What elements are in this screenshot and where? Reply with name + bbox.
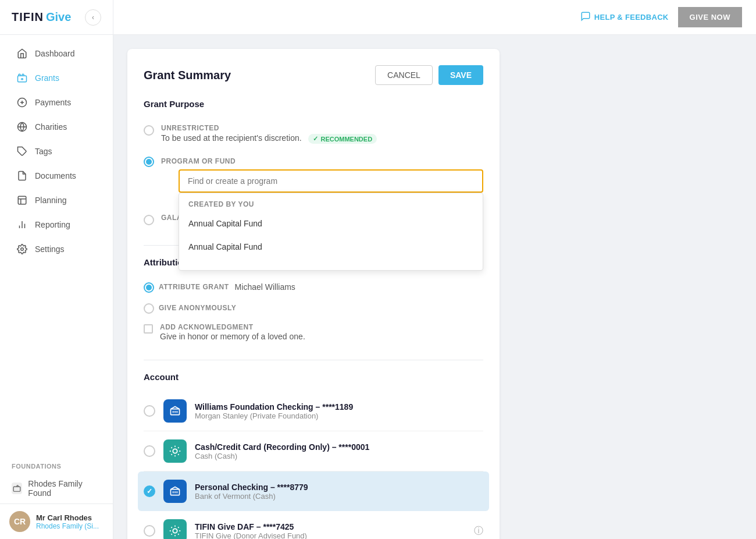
account-cash-credit[interactable]: Cash/Credit Card (Recording Only) – ****… [144,431,483,471]
tifin-daf-info: TIFIN Give DAF – ****7425 TIFIN Give (Do… [195,522,466,540]
sidebar-toggle[interactable]: ‹ [85,9,101,26]
user-foundation: Rhodes Family (Si... [36,522,99,530]
sidebar-item-label: Tags [35,147,52,156]
sidebar-item-documents[interactable]: Documents [5,164,108,187]
user-name: Mr Carl Rhodes [36,513,99,522]
logo-give: Give [46,10,71,24]
personal-checking-radio[interactable] [144,485,155,497]
program-or-fund-option: PROGRAM OR FUND CREATED BY YOU Annual Ca… [144,150,483,198]
card-actions: CANCEL SAVE [375,65,483,85]
program-search-input[interactable] [179,169,483,193]
card-title: Grant Summary [144,69,231,82]
cash-credit-radio[interactable] [144,445,155,457]
foundation-name: Rhodes Family Found [28,479,101,498]
personal-checking-name: Personal Checking – ****8779 [195,483,483,492]
program-search-area: CREATED BY YOU Annual Capital Fund Annua… [179,169,483,193]
personal-checking-sub: Bank of Vermont (Cash) [195,492,483,501]
sidebar-item-label: Grants [35,73,59,83]
account-personal-checking[interactable]: Personal Checking – ****8779 Bank of Ver… [138,471,489,511]
sidebar-item-charities[interactable]: Charities [5,115,108,139]
logo-tifin: TIFIN [12,10,44,24]
charities-icon [16,121,28,133]
attribute-grant-row: ATTRIBUTE GRANT Michael Williams [144,276,483,297]
svg-point-21 [173,449,177,453]
unrestricted-option: UNRESTRICTED To be used at the recipient… [144,118,483,150]
tags-icon [16,146,28,157]
foundation-item[interactable]: Rhodes Family Found [0,473,113,503]
acknowledgment-checkbox[interactable] [144,324,153,334]
cancel-button[interactable]: CANCEL [375,65,433,85]
main: HELP & FEEDBACK GIVE NOW Grant Summary C… [113,0,756,539]
williams-checking-radio[interactable] [144,405,155,417]
settings-icon [16,243,28,255]
unrestricted-label: UNRESTRICTED [161,124,377,132]
user-info: Mr Carl Rhodes Rhodes Family (Si... [36,513,99,530]
gala-or-event-radio[interactable] [144,215,154,225]
logo: TIFIN Give ‹ [0,0,113,35]
sidebar-item-dashboard[interactable]: Dashboard [5,42,108,65]
nav-items: Dashboard Grants Payments Charities Tags [0,35,113,456]
attribute-grant-radio[interactable] [144,282,154,293]
give-anonymously-label: GIVE ANONYMOUSLY [159,304,236,312]
sidebar-item-label: Documents [35,171,76,180]
cash-credit-info: Cash/Credit Card (Recording Only) – ****… [195,442,483,460]
dropdown-item-0[interactable]: Annual Capital Fund [179,212,483,235]
cash-icon [163,439,187,463]
sidebar-item-label: Planning [35,196,67,205]
attribute-grant-value: Michael Williams [235,282,295,292]
svg-rect-9 [18,196,26,204]
give-now-button[interactable]: GIVE NOW [678,7,742,27]
svg-point-26 [173,529,177,533]
sidebar-item-label: Reporting [35,220,70,229]
account-tifin-daf[interactable]: TIFIN Give DAF – ****7425 TIFIN Give (Do… [144,511,483,539]
card-header: Grant Summary CANCEL SAVE [144,65,483,85]
unrestricted-radio[interactable] [144,125,154,136]
foundation-icon [12,483,22,494]
tifin-daf-name: TIFIN Give DAF – ****7425 [195,522,466,531]
sidebar-item-reporting[interactable]: Reporting [5,213,108,236]
acknowledgment-label: ADD ACKNOWLEDGMENT [160,323,305,331]
personal-checking-info: Personal Checking – ****8779 Bank of Ver… [195,483,483,501]
planning-icon [16,194,28,206]
svg-point-15 [21,248,24,251]
program-or-fund-radio[interactable] [144,157,154,167]
williams-checking-info: Williams Foundation Checking – ****1189 … [195,402,483,420]
sidebar-item-payments[interactable]: Payments [5,91,108,114]
info-icon[interactable]: ⓘ [474,525,483,537]
sidebar-item-label: Payments [35,98,71,107]
topbar: HELP & FEEDBACK GIVE NOW [113,0,756,35]
dropdown-item-1[interactable]: Annual Capital Fund [179,235,483,258]
sidebar-item-planning[interactable]: Planning [5,189,108,212]
help-feedback-label: HELP & FEEDBACK [594,13,669,22]
sidebar-item-label: Dashboard [35,49,75,58]
personal-bank-icon [163,480,187,503]
cash-credit-sub: Cash (Cash) [195,452,483,460]
acknowledgment-row: ADD ACKNOWLEDGMENT Give in honor or memo… [144,318,483,346]
grant-purpose-section: Grant Purpose UNRESTRICTED To be used at… [144,99,483,231]
recommended-badge: ✓ RECOMMENDED [308,134,377,144]
sidebar-item-tags[interactable]: Tags [5,140,108,163]
user-avatar: CR [9,511,30,532]
sidebar-item-label: Settings [35,244,65,254]
williams-checking-name: Williams Foundation Checking – ****1189 [195,402,483,412]
williams-checking-sub: Morgan Stanley (Private Foundation) [195,412,483,420]
attribute-grant-label: ATTRIBUTE GRANT [159,283,229,291]
tifin-daf-radio[interactable] [144,525,155,537]
unrestricted-description: To be used at the recipient's discretion… [161,133,377,144]
sidebar-item-grants[interactable]: Grants [5,66,108,90]
acknowledgment-description: Give in honor or memory of a loved one. [160,332,305,341]
grants-icon [16,72,28,84]
grant-summary-card: Grant Summary CANCEL SAVE Grant Purpose … [127,49,500,539]
sidebar-item-settings[interactable]: Settings [5,237,108,261]
help-feedback-button[interactable]: HELP & FEEDBACK [580,11,669,23]
payments-icon [16,97,28,108]
account-williams-checking[interactable]: Williams Foundation Checking – ****1189 … [144,391,483,431]
content: Grant Summary CANCEL SAVE Grant Purpose … [113,35,756,539]
unrestricted-label-group: UNRESTRICTED To be used at the recipient… [161,124,377,144]
save-button[interactable]: SAVE [438,65,483,85]
give-anonymously-radio[interactable] [144,303,154,314]
daf-icon [163,519,187,539]
bank-icon [163,399,187,423]
reporting-icon [16,219,28,231]
account-section-divider [144,360,483,360]
